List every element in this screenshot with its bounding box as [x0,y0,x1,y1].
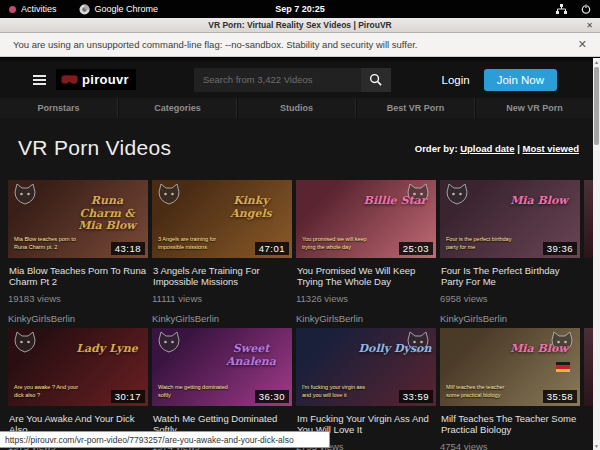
video-thumbnail[interactable]: Sweet Analena Watch me getting dominated… [152,328,292,406]
video-title-link[interactable]: You Promised We Will Keep Trying The Who… [297,265,435,288]
thumbnail-caption: Are you awake ? And your dick also ? [14,384,86,399]
video-title-link[interactable]: Mia Blow Teaches Porn To Runa Charm Pt 2 [9,265,147,288]
order-upload-date-link[interactable]: Upload date [460,143,514,154]
chrome-icon [79,4,90,15]
web-page: pirouvr Login Join Now Pornstars Categor… [0,58,593,450]
thumbnail-caption: I'm fucking your virgin ass and you will… [302,384,374,399]
studio-link[interactable]: KinkyGirlsBerlin [8,313,148,324]
order-most-viewed-link[interactable]: Most viewed [523,143,580,154]
vr-goggles-icon [61,74,78,85]
german-flag-icon [556,362,570,372]
duration-badge: 33:59 [399,390,433,403]
menu-icon[interactable] [33,75,46,85]
search-button[interactable] [361,68,391,92]
view-count: 11326 views [296,293,436,304]
search-icon [369,73,382,86]
duration-badge: 47:01 [255,242,289,255]
view-count: 11111 views [152,293,292,304]
video-grid-row-1: Runa Charm & Mia Blow Mia Blow teaches p… [8,180,593,324]
join-now-button[interactable]: Join Now [484,69,557,91]
status-dot-icon [9,6,16,13]
search-bar [194,68,391,92]
status-bar-url: https://pirouvr.com/vr-porn-video/779325… [0,431,330,448]
view-count: 6958 views [440,293,580,304]
browser-viewport: pirouvr Login Join Now Pornstars Categor… [0,58,600,450]
video-card: Billie Star You promised we will keep tr… [296,180,436,324]
cat-mask-icon [13,331,37,353]
network-icon[interactable] [556,4,567,14]
taskbar: Activities Google Chrome Sep 7 20:25 [0,0,600,18]
view-count: 19183 views [8,293,148,304]
video-thumbnail[interactable]: Mia Blow Four is the perfect birthday pa… [440,180,580,258]
nav-categories[interactable]: Categories [118,98,237,118]
nav-best-vr-porn[interactable]: Best VR Porn [356,98,475,118]
video-thumbnail[interactable]: Runa Charm & Mia Blow Mia Blow teaches p… [8,180,148,258]
studio-link[interactable]: KinkyGirlsBerlin [296,313,436,324]
nav-new-vr-porn[interactable]: New VR Porn [475,98,593,118]
video-thumbnail[interactable]: Billie Star You promised we will keep tr… [296,180,436,258]
video-card: Runa Charm & Mia Blow Mia Blow teaches p… [8,180,148,324]
logo-text: pirouvr [82,72,129,87]
window-close-icon[interactable]: ✕ [586,21,593,30]
duration-badge: 25:03 [399,242,433,255]
window-titlebar: VR Porn: Virtual Reality Sex Videos | Pi… [0,18,600,33]
cat-mask-icon [445,183,469,205]
thumbnail-overlay-title: Lady Lyne [70,343,144,356]
video-card: Kinky Angels 3 Angels are training for i… [152,180,292,324]
duration-badge: 39:36 [543,242,577,255]
scrollbar[interactable]: ▲ ▼ [593,58,600,450]
thumbnail-overlay-title: Sweet Analena [214,343,288,368]
thumbnail-overlay-title: Billie Star [358,195,432,208]
thumbnail-overlay-title: Runa Charm & Mia Blow [70,195,144,233]
duration-badge: 43:18 [111,242,145,255]
thumbnail-caption: Mia Blow teaches porn to Runa Charm pt. … [14,236,86,251]
video-thumbnail[interactable]: Lady Lyne Are you awake ? And your dick … [8,328,148,406]
main-content: VR Porn Videos Order by: Upload date | M… [0,118,593,450]
order-by: Order by: Upload date | Most viewed [415,143,579,154]
thumbnail-caption: 3 Angels are training for impossible mis… [158,236,230,251]
site-logo[interactable]: pirouvr [56,69,136,90]
thumbnail-caption: Milf teaches the teacher some practical … [446,384,518,399]
site-header: pirouvr Login Join Now [0,61,593,98]
scroll-down-icon[interactable]: ▼ [593,442,600,450]
view-count: 4754 views [440,441,580,450]
video-card: Mia Blow Four is the perfect birthday pa… [440,180,580,324]
studio-link[interactable]: KinkyGirlsBerlin [440,313,580,324]
video-thumbnail[interactable]: Kinky Angels 3 Angels are training for i… [152,180,292,258]
clock[interactable]: Sep 7 20:25 [275,4,325,14]
thumbnail-overlay-title: Mia Blow [502,343,576,356]
cat-mask-icon [157,331,181,353]
video-thumbnail[interactable]: Dolly Dyson I'm fucking your virgin ass … [296,328,436,406]
activities-button[interactable]: Activities [9,4,57,14]
warning-close-icon[interactable]: ✕ [578,38,587,51]
thumbnail-caption: Watch me getting dominated softly [158,384,230,399]
scroll-up-icon[interactable]: ▲ [593,58,600,66]
warning-bar: You are using an unsupported command-lin… [0,33,600,57]
scrollbar-thumb[interactable] [594,67,599,145]
video-thumbnail[interactable]: Mia Blow Milf teaches the teacher some p… [440,328,580,406]
cat-mask-icon [157,183,181,205]
video-title-link[interactable]: 3 Angels Are Training For Impossible Mis… [153,265,291,288]
login-link[interactable]: Login [442,74,470,86]
cat-mask-icon [13,183,37,205]
video-title-link[interactable]: Four Is The Perfect Birthday Party For M… [441,265,579,288]
main-nav: Pornstars Categories Studios Best VR Por… [0,98,593,118]
studio-link[interactable]: KinkyGirlsBerlin [152,313,292,324]
video-title-link[interactable]: Milf Teaches The Teacher Some Practical … [441,413,579,436]
thumbnail-overlay-title: Mia Blow [502,195,576,208]
activities-label: Activities [21,4,57,14]
window-title: VR Porn: Virtual Reality Sex Videos | Pi… [208,20,391,30]
search-input[interactable] [194,68,361,92]
duration-badge: 36:30 [255,390,289,403]
nav-pornstars[interactable]: Pornstars [0,98,118,118]
thumbnail-overlay-title: Dolly Dyson [358,343,432,356]
duration-badge: 35:58 [543,390,577,403]
order-by-label: Order by: [415,143,458,154]
nav-studios[interactable]: Studios [237,98,356,118]
warning-text: You are using an unsupported command-lin… [13,39,418,50]
thumbnail-caption: Four is the perfect birthday party for m… [446,236,518,251]
power-icon[interactable] [581,4,591,14]
chrome-taskbar-item[interactable]: Google Chrome [79,4,159,15]
video-card: Mia Blow Milf teaches the teacher some p… [440,328,580,450]
chrome-label: Google Chrome [95,4,159,14]
